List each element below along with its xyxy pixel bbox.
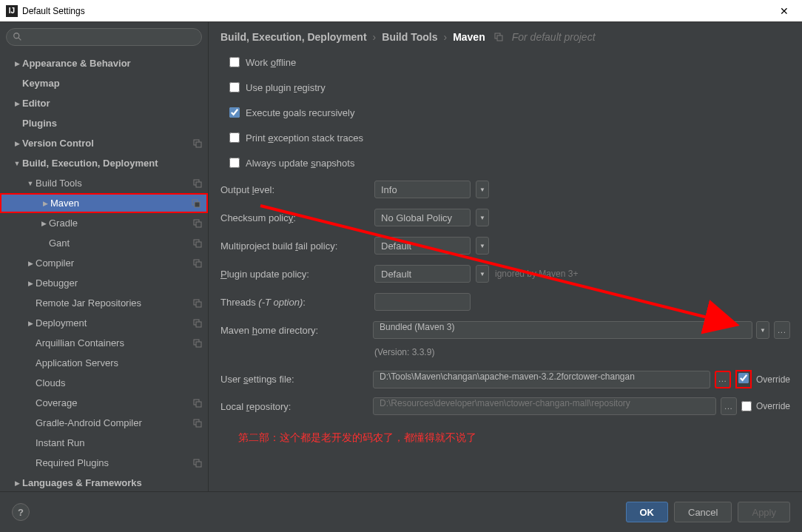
sidebar-item-label: Gradle-Android Compiler: [36, 417, 193, 428]
execute-recursively-row[interactable]: Execute goals recursively: [220, 102, 790, 123]
tree-arrow-icon: [25, 260, 36, 267]
print-exception-row[interactable]: Print exception stack traces: [220, 127, 790, 148]
sidebar-item-gradle[interactable]: Gradle: [0, 213, 208, 233]
sidebar-item-label: Keymap: [22, 78, 202, 89]
override-label: Override: [756, 374, 790, 385]
close-icon[interactable]: ✕: [772, 2, 796, 20]
sidebar-item-label: Build, Execution, Deployment: [22, 158, 202, 169]
plugin-update-hint: ignored by Maven 3+: [495, 269, 578, 279]
sidebar-item-label: Plugins: [22, 118, 202, 129]
output-level-select[interactable]: Info: [374, 181, 471, 198]
settings-panel: Build, Execution, Deployment › Build Too…: [209, 22, 802, 491]
app-logo: IJ: [6, 5, 18, 17]
copy-icon: [193, 219, 202, 228]
local-repo-label: Local repository:: [220, 401, 368, 412]
sidebar-item-maven[interactable]: Maven: [0, 193, 208, 213]
always-update-checkbox[interactable]: [229, 158, 240, 168]
sidebar-item-editor[interactable]: Editor: [0, 93, 208, 113]
sidebar-item-instant-run[interactable]: Instant Run: [0, 433, 208, 453]
cancel-button[interactable]: Cancel: [674, 502, 732, 522]
tree-arrow-icon: [12, 479, 22, 487]
work-offline-checkbox[interactable]: [229, 57, 240, 67]
help-button[interactable]: ?: [12, 503, 30, 521]
sidebar-item-label: Build Tools: [36, 178, 193, 189]
svg-rect-19: [196, 342, 201, 347]
user-settings-input[interactable]: D:\Tools\Maven\changan\apache-maven-3.2.…: [373, 371, 710, 388]
execute-recursively-checkbox[interactable]: [229, 107, 240, 118]
dialog-footer: ? OK Cancel Apply: [0, 491, 802, 532]
sidebar-item-label: Version Control: [22, 138, 193, 149]
use-plugin-registry-checkbox[interactable]: [229, 82, 240, 92]
annotation-text: 第二部：这个都是老开发的码农了，都懂得就不说了: [220, 420, 790, 445]
sidebar-item-build-execution-deployment[interactable]: Build, Execution, Deployment: [0, 153, 208, 173]
dropdown-arrow-icon[interactable]: ▼: [476, 181, 489, 198]
sidebar-item-gant[interactable]: Gant: [0, 233, 208, 253]
sidebar-item-label: Editor: [22, 98, 202, 109]
sidebar-item-deployment[interactable]: Deployment: [0, 313, 208, 333]
svg-rect-21: [196, 402, 201, 407]
use-plugin-registry-row[interactable]: Use plugin registry: [220, 77, 790, 98]
apply-button[interactable]: Apply: [738, 502, 790, 522]
plugin-update-select[interactable]: Default: [374, 265, 471, 283]
local-repo-input[interactable]: D:\Resources\developer\maven\ctower-chan…: [373, 397, 716, 415]
sidebar-item-appearance-behavior[interactable]: Appearance & Behavior: [0, 53, 208, 73]
sidebar-item-debugger[interactable]: Debugger: [0, 273, 208, 293]
dropdown-arrow-icon[interactable]: ▼: [476, 209, 489, 226]
sidebar-item-gradle-android-compiler[interactable]: Gradle-Android Compiler: [0, 413, 208, 433]
work-offline-row[interactable]: Work offline: [220, 52, 790, 73]
svg-rect-27: [497, 36, 502, 41]
sidebar-item-compiler[interactable]: Compiler: [0, 253, 208, 273]
copy-icon: [193, 179, 202, 188]
user-settings-override-checkbox[interactable]: [738, 373, 749, 383]
window-title-bar: IJ Default Settings ✕: [0, 0, 802, 22]
svg-line-1: [18, 38, 21, 41]
svg-point-0: [14, 33, 19, 38]
sidebar-item-plugins[interactable]: Plugins: [0, 113, 208, 133]
dropdown-arrow-icon[interactable]: ▼: [476, 265, 489, 283]
print-exception-checkbox[interactable]: [229, 132, 240, 143]
browse-button[interactable]: ...: [721, 397, 737, 415]
breadcrumb-item: Build, Execution, Deployment: [220, 31, 367, 43]
local-repo-override-checkbox[interactable]: [741, 401, 752, 411]
ok-button[interactable]: OK: [626, 502, 669, 522]
tree-arrow-icon: [25, 280, 36, 287]
sidebar-item-coverage[interactable]: Coverage: [0, 393, 208, 413]
sidebar-item-label: Required Plugins: [36, 457, 193, 468]
sidebar-item-application-servers[interactable]: Application Servers: [0, 353, 208, 373]
copy-icon: [193, 299, 202, 308]
multiproject-fail-select[interactable]: Default: [374, 237, 471, 255]
override-label: Override: [756, 401, 790, 411]
user-settings-label: User settings file:: [220, 374, 368, 385]
svg-rect-3: [196, 142, 201, 147]
tree-arrow-icon: [12, 100, 22, 107]
sidebar-item-arquillian-containers[interactable]: Arquillian Containers: [0, 333, 208, 353]
copy-icon: [193, 339, 202, 348]
dropdown-arrow-icon[interactable]: ▼: [756, 321, 769, 339]
browse-button[interactable]: ...: [774, 321, 790, 339]
copy-icon: [494, 33, 503, 41]
sidebar-item-label: Coverage: [36, 397, 193, 408]
sidebar-item-required-plugins[interactable]: Required Plugins: [0, 453, 208, 473]
checksum-policy-select[interactable]: No Global Policy: [374, 209, 471, 226]
sidebar-item-label: Deployment: [36, 317, 193, 329]
sidebar-item-build-tools[interactable]: Build Tools: [0, 173, 208, 193]
copy-icon: [193, 399, 202, 408]
always-update-row[interactable]: Always update snapshots: [220, 152, 790, 173]
svg-rect-15: [196, 302, 201, 307]
maven-home-select[interactable]: Bundled (Maven 3): [373, 321, 752, 339]
svg-rect-9: [196, 222, 201, 227]
plugin-update-label: Plugin update policy:: [220, 269, 368, 280]
sidebar: Appearance & BehaviorKeymapEditorPlugins…: [0, 22, 209, 491]
sidebar-item-clouds[interactable]: Clouds: [0, 373, 208, 393]
sidebar-item-version-control[interactable]: Version Control: [0, 133, 208, 153]
search-input[interactable]: [6, 28, 202, 46]
dropdown-arrow-icon[interactable]: ▼: [476, 237, 489, 255]
sidebar-item-keymap[interactable]: Keymap: [0, 73, 208, 93]
maven-home-label: Maven home directory:: [220, 325, 368, 336]
threads-input[interactable]: [374, 293, 471, 311]
svg-rect-7: [195, 202, 200, 207]
tree-arrow-icon: [12, 60, 22, 67]
sidebar-item-languages-frameworks[interactable]: Languages & Frameworks: [0, 473, 208, 491]
browse-button[interactable]: ...: [715, 371, 731, 388]
sidebar-item-remote-jar-repositories[interactable]: Remote Jar Repositories: [0, 293, 208, 313]
